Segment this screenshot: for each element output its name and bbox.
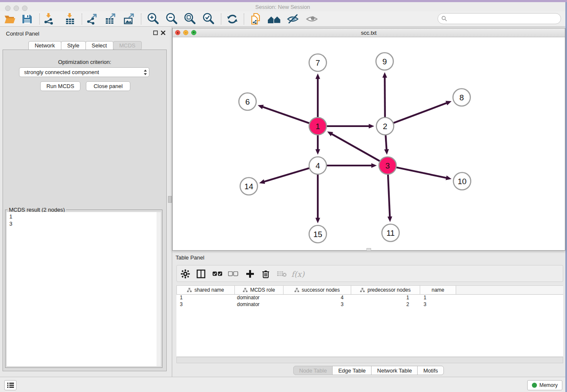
refresh-icon[interactable] xyxy=(225,13,239,25)
run-mcds-button[interactable]: Run MCDS xyxy=(40,81,80,91)
node-label-14: 14 xyxy=(244,182,253,191)
edge-1-6[interactable] xyxy=(262,107,309,123)
tab-edge-table[interactable]: Edge Table xyxy=(332,366,372,375)
optimization-criterion-label: Optimization criterion: xyxy=(3,59,166,65)
node-label-9: 9 xyxy=(383,57,387,66)
clone-network-icon[interactable] xyxy=(248,13,263,25)
control-panel: Control Panel Network Style Select MCDS … xyxy=(0,27,171,377)
chevron-updown-icon xyxy=(141,68,149,77)
column-header-successor-nodes[interactable]: successor nodes xyxy=(284,286,351,294)
function-builder-icon[interactable]: f(x) xyxy=(291,267,305,281)
import-table-icon[interactable] xyxy=(63,13,77,25)
close-panel-icon[interactable] xyxy=(160,30,166,36)
table-settings-gear-icon[interactable] xyxy=(179,267,192,281)
column-header-mcds-role[interactable]: MCDS role xyxy=(235,286,284,294)
edge-arrowhead xyxy=(446,176,451,180)
result-scrollbar[interactable] xyxy=(157,212,161,366)
mcds-result-group: MCDS result (2 nodes) 1 3 xyxy=(5,210,162,368)
node-label-4: 4 xyxy=(316,161,320,170)
table-cell: dominator xyxy=(235,301,284,308)
zoom-fit-icon[interactable] xyxy=(183,13,197,25)
node-label-7: 7 xyxy=(316,58,320,67)
search-input[interactable] xyxy=(449,16,561,22)
edge-arrowhead xyxy=(258,105,264,109)
node-table-body: 1dominator4113dominator323 xyxy=(176,295,563,357)
table-cell: 1 xyxy=(351,295,420,301)
show-columns-icon[interactable] xyxy=(194,267,208,281)
table-cell: 3 xyxy=(176,301,235,308)
app-titlebar: Session: New Session xyxy=(0,2,565,11)
network-view-window: x - + scc.txt 1234678910111415 xyxy=(172,28,565,251)
splitter-handle[interactable] xyxy=(168,196,172,203)
network-window-titlebar[interactable]: x - + scc.txt xyxy=(173,28,565,37)
table-row[interactable]: 3dominator323 xyxy=(176,301,563,308)
task-history-button[interactable] xyxy=(4,380,17,390)
node-label-2: 2 xyxy=(383,122,388,131)
memory-button[interactable]: Memory xyxy=(527,380,562,390)
edge-arrowhead xyxy=(315,74,320,79)
criterion-dropdown[interactable]: strongly connected component xyxy=(19,67,149,77)
column-header-shared-name[interactable]: shared name xyxy=(176,286,235,294)
edge-3-1[interactable] xyxy=(331,134,380,161)
edge-arrowhead xyxy=(315,218,320,224)
open-session-icon[interactable] xyxy=(3,13,17,25)
control-panel-tabs: Network Style Select MCDS xyxy=(0,41,171,50)
network-canvas[interactable]: 1234678910111415 xyxy=(173,37,565,250)
import-network-icon[interactable] xyxy=(41,13,56,25)
search-icon xyxy=(441,16,447,22)
table-cell: 3 xyxy=(284,301,351,308)
close-panel-button[interactable]: Close panel xyxy=(86,81,130,91)
zoom-out-icon[interactable] xyxy=(165,13,179,25)
table-cell: dominator xyxy=(235,295,284,301)
hide-visibility-icon[interactable] xyxy=(286,13,300,25)
window-title: Session: New Session xyxy=(0,4,565,10)
edge-2-9[interactable] xyxy=(385,77,385,117)
zoom-in-icon[interactable] xyxy=(146,13,160,25)
edge-4-14[interactable] xyxy=(264,168,309,182)
memory-status-icon xyxy=(532,383,537,388)
table-row[interactable]: 1dominator411 xyxy=(176,295,563,301)
column-type-icon xyxy=(243,288,248,293)
export-network-icon[interactable] xyxy=(85,13,99,25)
tab-mcds[interactable]: MCDS xyxy=(113,41,142,50)
table-horizontal-scrollbar[interactable] xyxy=(176,357,563,363)
edge-arrowhead xyxy=(369,124,374,128)
edge-3-10[interactable] xyxy=(396,167,447,178)
tab-style[interactable]: Style xyxy=(61,41,86,50)
deselect-all-icon[interactable] xyxy=(226,267,240,281)
edge-3-11[interactable] xyxy=(388,174,390,217)
tab-node-table[interactable]: Node Table xyxy=(293,366,333,375)
edge-2-8[interactable] xyxy=(393,103,447,123)
column-header-name[interactable]: name xyxy=(420,286,456,294)
zoom-selected-icon[interactable] xyxy=(201,13,216,25)
float-panel-icon[interactable] xyxy=(152,30,158,36)
select-all-icon[interactable] xyxy=(211,267,224,281)
search-field xyxy=(438,13,561,24)
list-icon xyxy=(7,382,14,388)
edge-2-3[interactable] xyxy=(385,135,386,150)
mcds-result-textarea[interactable]: 1 3 xyxy=(7,212,161,366)
column-header-predecessor-nodes[interactable]: predecessor nodes xyxy=(351,286,420,294)
tab-motifs[interactable]: Motifs xyxy=(417,366,444,375)
result-line: 3 xyxy=(9,220,158,227)
show-visibility-icon[interactable] xyxy=(305,13,319,25)
tab-network-table[interactable]: Network Table xyxy=(371,366,418,375)
node-label-8: 8 xyxy=(460,93,464,102)
tab-network[interactable]: Network xyxy=(28,41,61,50)
export-image-icon[interactable] xyxy=(122,13,136,25)
node-label-1: 1 xyxy=(316,122,320,131)
home-view-icon[interactable] xyxy=(267,13,281,25)
save-session-icon[interactable] xyxy=(20,13,34,25)
tab-select[interactable]: Select xyxy=(85,41,113,50)
edge-arrowhead xyxy=(315,149,320,155)
table-tabs: Node Table Edge Table Network Table Moti… xyxy=(172,366,565,375)
delete-table-icon[interactable] xyxy=(275,267,289,281)
export-table-icon[interactable] xyxy=(103,13,118,25)
table-cell: 1 xyxy=(176,295,235,301)
window-resize-grip[interactable] xyxy=(366,248,371,251)
add-column-icon[interactable] xyxy=(243,267,257,281)
status-bar: Memory xyxy=(0,377,565,392)
delete-column-trash-icon[interactable] xyxy=(259,267,272,281)
table-cell: 3 xyxy=(420,301,456,308)
column-type-icon xyxy=(360,288,365,293)
